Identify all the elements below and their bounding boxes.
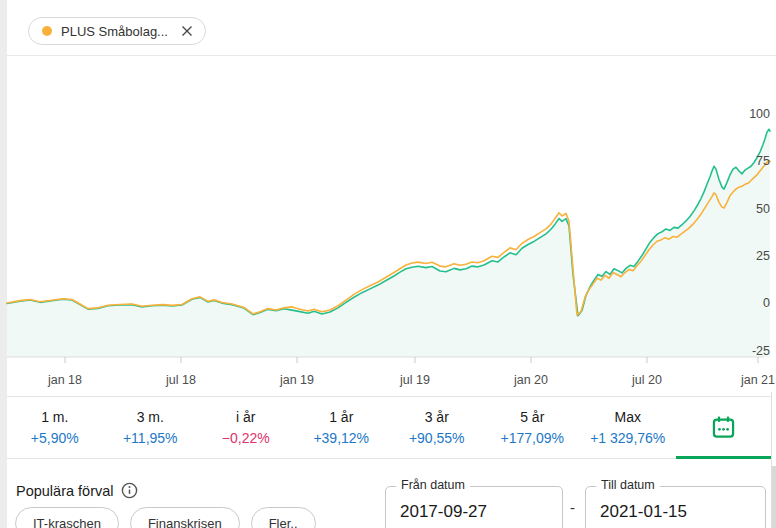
to-date-label: Till datum	[596, 478, 660, 492]
fund-performance-panel: PLUS Småbolag... jan 18jul 18jan 19jul 1…	[0, 0, 776, 528]
period-value: +11,95%	[123, 430, 178, 446]
legend-chip-plus-smabolag[interactable]: PLUS Småbolag...	[28, 17, 206, 45]
close-icon[interactable]	[180, 24, 194, 38]
y-tick-label: 75	[756, 154, 770, 168]
period-label: 1 m.	[41, 409, 68, 425]
preset-chip-finanskrisen[interactable]: Finanskrisen	[130, 507, 240, 528]
preset-chip-fler[interactable]: Fler..	[251, 507, 316, 528]
x-tick-label: jan 18	[47, 373, 82, 387]
x-tick-label: jan 21	[740, 373, 775, 387]
preset-chip-it-kraschen[interactable]: IT-kraschen	[15, 507, 119, 528]
period-1m[interactable]: 1 m. +5,90%	[7, 397, 103, 458]
from-date-input[interactable]	[400, 502, 546, 522]
legend-chip-label: PLUS Småbolag...	[61, 24, 168, 39]
period-label: 1 år	[329, 409, 353, 425]
date-range-separator: -	[570, 499, 575, 516]
info-icon[interactable]	[121, 482, 138, 499]
period-3m[interactable]: 3 m. +11,95%	[103, 397, 199, 458]
x-tick-label: jan 20	[513, 373, 548, 387]
period-value: +39,12%	[313, 430, 369, 446]
selected-tab-underline	[676, 456, 772, 459]
y-tick-label: 50	[756, 202, 770, 216]
period-selector-row: 1 m. +5,90% 3 m. +11,95% i år −0,22% 1 å…	[7, 396, 771, 459]
period-label: 3 år	[425, 409, 449, 425]
scrollbar-thumb[interactable]	[772, 466, 776, 528]
to-date-input[interactable]	[600, 502, 749, 522]
period-1y[interactable]: 1 år +39,12%	[294, 397, 390, 458]
popular-presets-heading: Populära förval	[16, 482, 138, 499]
period-value: −0,22%	[222, 430, 270, 446]
period-label: 3 m.	[137, 409, 164, 425]
y-tick-label: 0	[763, 296, 770, 310]
y-tick-label: 100	[749, 107, 770, 121]
period-value: +90,55%	[409, 430, 465, 446]
period-label: Max	[615, 409, 641, 425]
series-color-dot	[42, 26, 52, 36]
to-date-fieldset: Till datum	[585, 486, 766, 528]
from-date-label: Från datum	[396, 478, 470, 492]
x-tick-label: jul 20	[631, 373, 662, 387]
performance-chart[interactable]: jan 18jul 18jan 19jul 19jan 20jul 20jan …	[0, 55, 776, 396]
period-label: i år	[236, 409, 255, 425]
period-3y[interactable]: 3 år +90,55%	[389, 397, 485, 458]
period-label: 5 år	[520, 409, 544, 425]
x-tick-label: jul 18	[165, 373, 196, 387]
period-value: +177,09%	[501, 430, 564, 446]
y-tick-label: 25	[756, 249, 770, 263]
x-tick-label: jan 19	[279, 373, 314, 387]
y-tick-label: -25	[752, 344, 770, 358]
custom-date-range-tab[interactable]	[676, 397, 772, 458]
popular-presets-title: Populära förval	[16, 483, 114, 499]
popular-presets-chips: IT-kraschen Finanskrisen Fler..	[15, 507, 316, 528]
x-tick-label: jul 19	[399, 373, 430, 387]
calendar-icon	[710, 414, 737, 441]
period-max[interactable]: Max +1 329,76%	[580, 397, 676, 458]
period-value: +5,90%	[31, 430, 79, 446]
from-date-fieldset: Från datum	[385, 486, 563, 528]
period-ytd[interactable]: i år −0,22%	[198, 397, 294, 458]
period-5y[interactable]: 5 år +177,09%	[485, 397, 581, 458]
period-value: +1 329,76%	[590, 430, 665, 446]
